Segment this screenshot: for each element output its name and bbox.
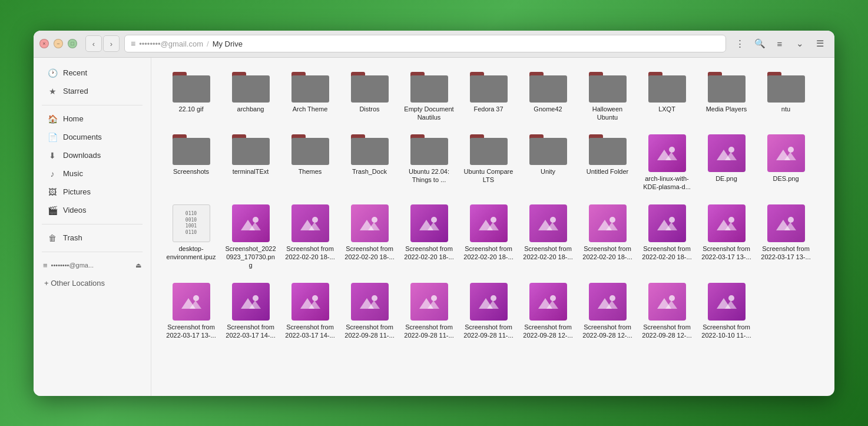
svg-point-66 bbox=[728, 295, 734, 301]
file-item[interactable]: Arch Theme bbox=[282, 67, 338, 127]
file-item[interactable]: Untitled Folder bbox=[579, 130, 635, 196]
file-item[interactable]: Screenshot from 2022-03-17 14-... bbox=[282, 278, 338, 345]
file-item[interactable]: Screenshot from 2022-02-20 18-... bbox=[579, 200, 635, 275]
file-item[interactable]: Screenshot from 2022-03-17 13-... bbox=[698, 200, 754, 275]
sidebar-label-downloads: Downloads bbox=[63, 151, 101, 160]
file-item[interactable]: Screenshots bbox=[163, 130, 219, 196]
file-item[interactable]: Screenshot from 2022-02-20 18-... bbox=[520, 200, 576, 275]
image-icon bbox=[589, 283, 627, 321]
file-item[interactable]: 22.10 gif bbox=[163, 67, 219, 127]
file-label: Screenshot from 2022-03-17 14-... bbox=[225, 323, 276, 340]
sidebar-item-music[interactable]: ♪ Music bbox=[37, 165, 147, 183]
file-label: terminalTExt bbox=[233, 167, 269, 176]
file-item[interactable]: DE.png bbox=[698, 130, 754, 196]
maximize-button[interactable]: □ bbox=[68, 39, 77, 48]
file-label: Screenshot from 2022-09-28 12-... bbox=[522, 323, 574, 340]
file-label: ntu bbox=[781, 105, 790, 113]
address-bar[interactable]: ≡ ••••••••@gmail.com / My Drive bbox=[124, 35, 726, 52]
file-item[interactable]: Screenshot from 2022-09-28 12-... bbox=[579, 278, 635, 345]
file-item[interactable]: terminalTExt bbox=[223, 130, 279, 196]
file-item[interactable]: Screenshot from 2022-10-10 11-... bbox=[698, 278, 754, 345]
svg-point-21 bbox=[491, 217, 496, 223]
file-item[interactable]: Screenshot from 2022-02-20 18-... bbox=[639, 200, 695, 275]
sidebar-item-recent[interactable]: 🕐 Recent bbox=[37, 64, 147, 82]
folder-icon bbox=[529, 134, 567, 165]
file-item[interactable]: 0110 0010 1001 0110 desktop-environment.… bbox=[163, 200, 219, 275]
file-item[interactable]: Screenshot from 2022-02-20 18-... bbox=[282, 200, 338, 275]
file-item[interactable]: Screenshot from 2022-09-28 11-... bbox=[460, 278, 516, 345]
file-grid: 22.10 gif archbang Arch Theme Distros Em… bbox=[163, 67, 823, 345]
image-icon bbox=[291, 283, 329, 321]
sidebar-other-locations[interactable]: + Other Locations bbox=[34, 275, 151, 292]
image-icon bbox=[232, 283, 270, 321]
image-icon bbox=[708, 134, 746, 172]
file-item[interactable]: Halloween Ubuntu bbox=[579, 67, 635, 127]
file-item[interactable]: Media Players bbox=[698, 67, 754, 127]
sidebar-account[interactable]: ≡ ••••••••@gma... ⏏ bbox=[37, 257, 147, 274]
file-item[interactable]: Screenshot from 2022-09-28 12-... bbox=[520, 278, 576, 345]
file-item[interactable]: Themes bbox=[282, 130, 338, 196]
file-item[interactable]: Screenshot from 2022-02-20 18-... bbox=[342, 200, 397, 275]
file-item[interactable]: Trash_Dock bbox=[342, 130, 397, 196]
file-item[interactable]: Screenshot from 2022-09-28 12-... bbox=[639, 278, 695, 345]
file-label: Screenshot from 2022-02-20 18-... bbox=[641, 245, 693, 262]
file-item[interactable]: Empty Document Nautilus bbox=[401, 67, 457, 127]
file-item[interactable]: Screenshot from 2022-02-20 18-... bbox=[460, 200, 516, 275]
sidebar-item-videos[interactable]: 🎬 Videos bbox=[37, 202, 147, 219]
sidebar-divider-1 bbox=[42, 105, 143, 105]
file-item[interactable]: Screenshot_20220923_170730.png bbox=[223, 200, 279, 275]
file-label: Trash_Dock bbox=[352, 167, 387, 176]
documents-icon: 📄 bbox=[48, 133, 57, 142]
file-item[interactable]: Screenshot from 2022-09-28 11-... bbox=[342, 278, 397, 345]
file-item[interactable]: arch-linux-with-KDE-plasma-d... bbox=[639, 130, 695, 196]
sidebar-item-documents[interactable]: 📄 Documents bbox=[37, 128, 147, 146]
file-label: Screenshot from 2022-09-28 12-... bbox=[641, 323, 693, 340]
sidebar-item-downloads[interactable]: ⬇ Downloads bbox=[37, 147, 147, 164]
options-button[interactable]: ☰ bbox=[811, 35, 829, 52]
close-button[interactable]: × bbox=[39, 39, 49, 48]
search-button[interactable]: 🔍 bbox=[751, 35, 768, 52]
music-icon: ♪ bbox=[48, 169, 57, 179]
file-manager-window: × − □ ‹ › ≡ ••••••••@gmail.com / My Driv… bbox=[34, 31, 834, 396]
file-item[interactable]: Unity bbox=[520, 130, 576, 196]
file-item[interactable]: Ubuntu 22.04: Things to ... bbox=[401, 130, 457, 196]
list-view-button[interactable]: ≡ bbox=[771, 35, 789, 52]
videos-icon: 🎬 bbox=[48, 206, 57, 215]
svg-point-54 bbox=[491, 295, 496, 301]
file-item[interactable]: Screenshot from 2022-03-17 14-... bbox=[223, 278, 279, 345]
file-label: Unity bbox=[541, 167, 555, 176]
file-item[interactable]: Screenshot from 2022-02-20 18-... bbox=[401, 200, 457, 275]
svg-point-45 bbox=[312, 295, 318, 301]
menu-button[interactable]: ⋮ bbox=[731, 35, 748, 52]
file-item[interactable]: ntu bbox=[758, 67, 814, 127]
file-item[interactable]: Fedora 37 bbox=[460, 67, 516, 127]
file-label: Media Players bbox=[706, 105, 747, 113]
back-button[interactable]: ‹ bbox=[85, 35, 102, 52]
file-item[interactable]: Screenshot from 2022-09-28 11-... bbox=[401, 278, 457, 345]
file-item[interactable]: archbang bbox=[223, 67, 279, 127]
file-item[interactable]: Gnome42 bbox=[520, 67, 576, 127]
sidebar-label-videos: Videos bbox=[63, 206, 87, 214]
file-label: Screenshot from 2022-09-28 12-... bbox=[582, 323, 633, 340]
sidebar-label-documents: Documents bbox=[63, 133, 102, 141]
file-label: DE.png bbox=[715, 174, 737, 183]
file-label: LXQT bbox=[658, 105, 675, 113]
sidebar-item-home[interactable]: 🏠 Home bbox=[37, 110, 147, 128]
file-item[interactable]: Distros bbox=[342, 67, 397, 127]
account-eject-icon[interactable]: ⏏ bbox=[135, 262, 141, 269]
sidebar-item-pictures[interactable]: 🖼 Pictures bbox=[37, 183, 147, 201]
file-item[interactable]: Screenshot from 2022-03-17 13-... bbox=[163, 278, 219, 345]
sidebar-item-starred[interactable]: ★ Starred bbox=[37, 82, 147, 100]
sidebar-item-trash[interactable]: 🗑 Trash bbox=[37, 229, 147, 247]
file-item[interactable]: Screenshot from 2022-03-17 13-... bbox=[758, 200, 814, 275]
file-item[interactable]: LXQT bbox=[639, 67, 695, 127]
svg-point-9 bbox=[253, 217, 259, 223]
file-item[interactable]: Ubuntu Compare LTS bbox=[460, 130, 516, 196]
sort-button[interactable]: ⌄ bbox=[791, 35, 809, 52]
forward-button[interactable]: › bbox=[103, 35, 120, 52]
file-item[interactable]: DES.png bbox=[758, 130, 814, 196]
toolbar-right: ⋮ 🔍 ≡ ⌄ ☰ bbox=[731, 35, 829, 52]
minimize-button[interactable]: − bbox=[54, 39, 63, 48]
image-icon bbox=[648, 134, 686, 172]
file-label: Screenshot from 2022-09-28 11-... bbox=[463, 323, 514, 340]
